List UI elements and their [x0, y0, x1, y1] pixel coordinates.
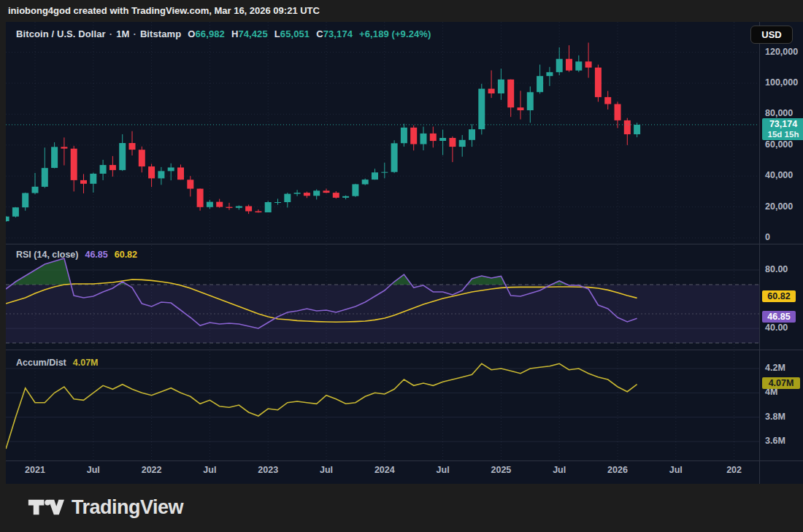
attribution-text: iniobong4god created with TradingView.co…	[8, 5, 320, 16]
accum-dist-pane[interactable]	[6, 351, 759, 460]
symbol-title: Bitcoin / U.S. Dollar·1M·BitstampO66,982…	[16, 28, 431, 39]
time-axis-tick: 2026	[607, 465, 628, 475]
time-axis-tick: 2021	[25, 465, 45, 475]
rsi-header: RSI (14, close)46.8560.82	[16, 250, 137, 260]
time-axis-tick: Jul	[553, 465, 566, 475]
accum-dist-line	[6, 363, 637, 449]
rsi-axis-tick: 80.00	[765, 264, 788, 274]
high-label: H	[231, 28, 239, 39]
bar-countdown: 15d 15h	[762, 129, 803, 139]
time-axis-tick: 2023	[258, 465, 278, 475]
attribution-bar: iniobong4god created with TradingView.co…	[0, 0, 803, 22]
open-label: O	[188, 28, 195, 39]
rsi-title[interactable]: RSI (14, close)	[16, 250, 78, 260]
open-value: 66,982	[196, 28, 225, 39]
axis-separator	[759, 22, 760, 484]
time-axis-tick: Jul	[669, 465, 683, 475]
time-axis-tick: Jul	[320, 465, 333, 475]
price-axis-tick: 40,000	[765, 170, 793, 180]
price-axis-tick: 100,000	[765, 77, 798, 88]
chart-area: Bitcoin / U.S. Dollar·1M·BitstampO66,982…	[6, 22, 803, 484]
price-axis-tick: 20,000	[765, 201, 793, 212]
exchange-label: Bitstamp	[140, 28, 181, 39]
price-axis-tick: 60,000	[765, 139, 793, 150]
time-axis-tick: Jul	[203, 465, 216, 475]
symbol-name[interactable]: Bitcoin / U.S. Dollar	[16, 28, 106, 39]
time-axis-tick: 202	[726, 465, 742, 475]
high-value: 74,425	[238, 28, 267, 39]
close-value: 73,174	[323, 28, 353, 39]
pane-divider[interactable]	[6, 350, 803, 350]
price-pane[interactable]	[6, 22, 759, 244]
price-axis-tick: 80,000	[765, 108, 793, 118]
current-price-value: 73,174	[762, 119, 803, 129]
close-group: C73,174	[316, 28, 353, 39]
rsi-ma-badge: 60.82	[762, 290, 796, 302]
accum-axis-tick: 3.8M	[765, 412, 785, 422]
footer-bar: TradingView	[0, 484, 803, 532]
separator-dot: ·	[110, 28, 112, 39]
accum-dist-title[interactable]: Accum/Dist	[16, 358, 66, 368]
low-value: 65,051	[280, 28, 310, 39]
low-label: L	[274, 28, 280, 39]
current-price-badge: 73,174 15d 15h	[762, 118, 803, 140]
accum-axis-tick: 4.2M	[765, 363, 785, 373]
pane-divider	[6, 460, 803, 461]
time-axis-tick: Jul	[437, 465, 450, 475]
rsi-pane[interactable]	[6, 245, 759, 350]
tradingview-logo-icon[interactable]	[28, 498, 64, 517]
currency-toggle-button[interactable]: USD	[750, 26, 793, 44]
low-group: L65,051	[274, 28, 310, 39]
candles	[6, 42, 640, 221]
brand-wordmark[interactable]: TradingView	[72, 496, 183, 519]
high-group: H74,425	[231, 28, 268, 39]
separator-dot: ·	[133, 28, 136, 39]
tradingview-snapshot: iniobong4god created with TradingView.co…	[0, 0, 803, 532]
close-label: C	[316, 28, 323, 39]
price-axis-tick: 0	[765, 232, 770, 242]
open-group: O66,982	[188, 28, 225, 39]
time-axis-tick: 2022	[142, 465, 162, 475]
time-axis-tick: 2025	[491, 465, 511, 475]
pane-divider[interactable]	[6, 244, 803, 244]
rsi-axis-tick: 40.00	[765, 323, 788, 333]
rsi-value-badge: 46.85	[762, 311, 796, 323]
time-axis-tick: Jul	[87, 465, 100, 475]
accum-dist-value: 4.07M	[73, 358, 99, 368]
accum-dist-badge: 4.07M	[762, 377, 800, 389]
price-axis-tick: 120,000	[765, 47, 798, 57]
rsi-current-value: 46.85	[85, 250, 107, 260]
accum-axis-tick: 3.6M	[765, 436, 785, 446]
accum-dist-header: Accum/Dist4.07M	[16, 358, 99, 368]
interval-label[interactable]: 1M	[116, 28, 129, 39]
time-axis-tick: 2024	[374, 465, 395, 475]
change-value: +6,189 (+9.24%)	[359, 28, 431, 39]
rsi-ma-value: 60.82	[115, 250, 137, 260]
